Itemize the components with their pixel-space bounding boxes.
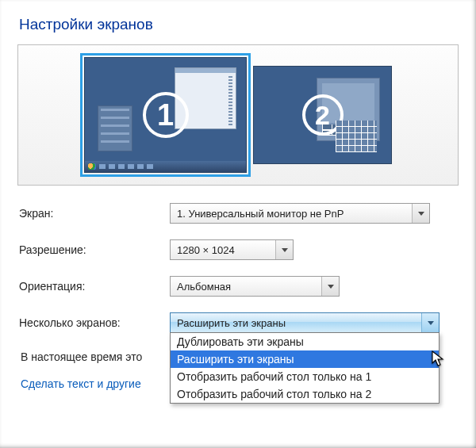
monitor-2-calendar-icon <box>336 121 377 152</box>
chevron-down-icon <box>412 204 429 223</box>
combo-screen-value: 1. Универсальный монитор не PnP <box>177 208 344 220</box>
combo-multiple-displays[interactable]: Расширить эти экраны <box>170 312 440 333</box>
row-screen: Экран: 1. Универсальный монитор не PnP <box>19 203 459 224</box>
monitor-2[interactable]: 2 <box>253 66 392 164</box>
display-settings-panel: Настройки экранов 1 2 Экран: 1. Универса… <box>0 0 476 403</box>
combo-multiple-displays-value: Расширить эти экраны <box>177 317 286 329</box>
monitor-arrangement-area[interactable]: 1 2 <box>17 44 459 186</box>
settings-form: Экран: 1. Универсальный монитор не PnP Р… <box>17 203 459 390</box>
combo-orientation-value: Альбомная <box>177 281 231 293</box>
combo-resolution-value: 1280 × 1024 <box>177 244 235 256</box>
label-orientation: Ориентация: <box>19 280 170 293</box>
monitor-1-number: 1 <box>143 92 189 138</box>
row-resolution: Разрешение: 1280 × 1024 <box>19 239 459 260</box>
chevron-down-icon <box>421 313 439 332</box>
combo-screen[interactable]: 1. Универсальный монитор не PnP <box>170 203 430 224</box>
dd-option-show-only-1[interactable]: Отобразить рабочий стол только на 1 <box>171 368 439 385</box>
dd-option-show-only-2[interactable]: Отобразить рабочий стол только на 2 <box>171 385 439 403</box>
dd-option-extend[interactable]: Расширить эти экраны <box>171 350 439 368</box>
row-orientation: Ориентация: Альбомная <box>19 276 459 297</box>
row-multiple-displays: Несколько экранов: Расширить эти экраны … <box>19 312 459 333</box>
multiple-displays-dropdown: Дублировать эти экраны Расширить эти экр… <box>170 332 440 404</box>
combo-resolution[interactable]: 1280 × 1024 <box>170 239 294 260</box>
label-multiple-displays: Несколько экранов: <box>19 316 170 329</box>
chevron-down-icon <box>321 277 339 296</box>
monitor-1-taskbar-icon <box>85 161 246 172</box>
combo-orientation[interactable]: Альбомная <box>170 276 340 297</box>
label-resolution: Разрешение: <box>19 243 170 256</box>
page-title: Настройки экранов <box>19 16 459 33</box>
monitor-1-panel-icon <box>98 105 132 151</box>
monitor-1[interactable]: 1 <box>84 57 247 173</box>
dd-option-duplicate[interactable]: Дублировать эти экраны <box>171 333 439 350</box>
label-screen: Экран: <box>19 207 170 220</box>
chevron-down-icon <box>275 240 293 259</box>
